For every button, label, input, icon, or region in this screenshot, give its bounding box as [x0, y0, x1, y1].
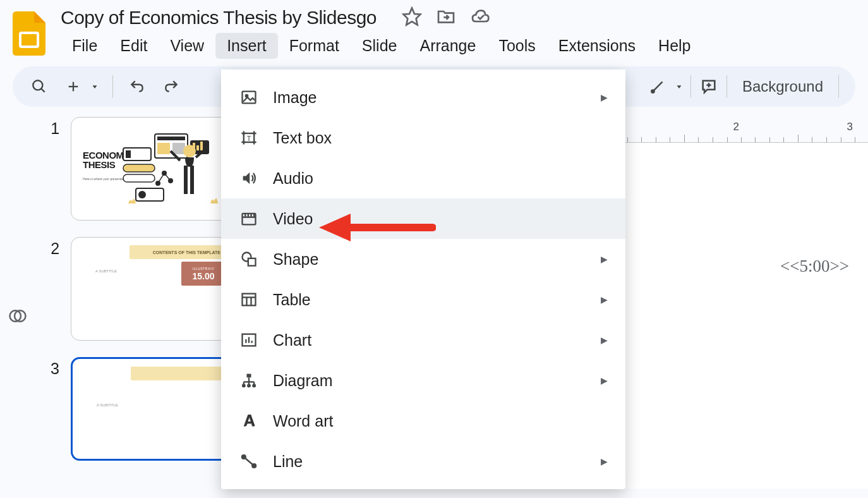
menu-item-label: Chart — [273, 331, 311, 349]
menu-item-wordart[interactable]: AA Word art — [221, 401, 625, 441]
menu-item-label: Word art — [273, 412, 333, 430]
slide-thumbnail-1[interactable]: ECONOMICS THESIS Here is where your pres… — [71, 117, 231, 221]
submenu-arrow-icon: ▶ — [601, 295, 608, 305]
svg-point-28 — [183, 145, 196, 157]
slide-filmstrip: 1 ECONOMICS THESIS Here is where your pr… — [35, 117, 231, 489]
textbox-icon: T — [239, 128, 259, 148]
wordart-icon: AA — [239, 411, 259, 431]
svg-rect-27 — [200, 142, 203, 150]
redo-button[interactable] — [157, 73, 185, 100]
menu-item-label: Video — [273, 210, 313, 228]
move-folder-icon[interactable] — [436, 6, 456, 29]
menu-edit[interactable]: Edit — [109, 33, 159, 59]
search-button[interactable] — [25, 73, 53, 100]
svg-point-68 — [242, 384, 246, 387]
star-icon[interactable] — [402, 6, 422, 29]
thumb-side-label: A SUBTITLE — [97, 403, 118, 407]
slide-number: 3 — [35, 357, 71, 378]
slide-thumbnail-3[interactable]: A SUBTITLE — [71, 357, 231, 461]
menu-file[interactable]: File — [61, 33, 109, 59]
table-icon — [239, 289, 259, 310]
submenu-arrow-icon: ▶ — [601, 254, 608, 264]
new-slide-button[interactable] — [59, 73, 87, 100]
svg-text:T: T — [246, 134, 251, 142]
svg-text:A: A — [244, 412, 256, 429]
svg-point-70 — [252, 384, 256, 387]
svg-rect-53 — [248, 258, 256, 266]
annotation-arrow — [316, 212, 436, 243]
menu-arrange[interactable]: Arrange — [408, 33, 487, 59]
svg-point-69 — [247, 384, 251, 387]
svg-rect-30 — [190, 166, 194, 194]
menu-item-audio[interactable]: Audio — [221, 158, 625, 198]
thumb-illustration — [117, 129, 224, 211]
menu-item-label: Table — [273, 291, 311, 309]
svg-rect-15 — [157, 137, 185, 140]
chart-icon — [239, 330, 259, 350]
animation-rings-icon[interactable] — [8, 307, 27, 489]
thumb-bar — [131, 367, 224, 380]
thumb-card: ILLUSTRAIO 15.00 — [181, 262, 226, 286]
new-slide-dropdown[interactable] — [87, 73, 102, 100]
submenu-arrow-icon: ▶ — [601, 92, 608, 102]
slides-logo[interactable] — [13, 11, 45, 56]
toolbar-separator — [112, 75, 113, 98]
toolbar-separator — [690, 75, 691, 98]
image-icon — [239, 87, 259, 107]
slide-thumbnail-2[interactable]: CONTENTS OF THIS TEMPLATE ILLUSTRAIO 15.… — [71, 237, 231, 341]
menu-slide[interactable]: Slide — [351, 33, 409, 59]
svg-rect-19 — [126, 150, 131, 158]
diagram-icon — [239, 370, 259, 391]
menu-view[interactable]: View — [159, 33, 215, 59]
menu-item-shape[interactable]: Shape ▶ — [221, 239, 625, 279]
submenu-arrow-icon: ▶ — [601, 375, 608, 386]
svg-point-2 — [33, 80, 42, 90]
comment-button[interactable] — [695, 73, 723, 100]
audio-icon — [239, 168, 259, 188]
submenu-arrow-icon: ▶ — [601, 335, 608, 345]
line-dropdown[interactable] — [672, 73, 687, 100]
menu-item-label: Line — [273, 452, 303, 471]
menu-extensions[interactable]: Extensions — [547, 33, 647, 59]
menu-format[interactable]: Format — [278, 33, 351, 59]
menu-item-line[interactable]: Line ▶ — [221, 441, 625, 482]
slide-number: 2 — [35, 237, 71, 258]
thumb-side-label: A SUBTITLE — [95, 269, 117, 273]
svg-rect-62 — [247, 374, 251, 378]
svg-rect-17 — [172, 143, 185, 154]
menu-item-table[interactable]: Table ▶ — [221, 279, 625, 320]
menu-item-image[interactable]: Image ▶ — [221, 77, 625, 118]
slide-number: 1 — [35, 117, 71, 138]
thumb-bar-label: CONTENTS OF THIS TEMPLATE — [130, 245, 226, 259]
undo-button[interactable] — [123, 73, 151, 100]
svg-point-23 — [138, 191, 146, 198]
svg-marker-6 — [93, 85, 97, 88]
menu-item-textbox[interactable]: T Text box — [221, 118, 625, 158]
line-tool-button[interactable] — [644, 73, 672, 100]
svg-rect-20 — [123, 164, 155, 172]
line-icon — [239, 451, 259, 471]
svg-point-75 — [252, 464, 256, 468]
toolbar-separator — [838, 75, 839, 98]
menu-item-chart[interactable]: Chart ▶ — [221, 320, 625, 360]
canvas-time-placeholder: <<5:00>> — [780, 257, 849, 276]
svg-marker-9 — [677, 85, 681, 88]
background-button[interactable]: Background — [731, 78, 835, 95]
cloud-status-icon[interactable] — [470, 6, 490, 29]
document-title[interactable]: Copy of Economics Thesis by Slidesgo — [61, 7, 377, 28]
svg-point-8 — [651, 90, 654, 92]
menu-item-diagram[interactable]: Diagram ▶ — [221, 360, 625, 401]
svg-line-3 — [41, 88, 44, 92]
menu-item-label: Image — [273, 88, 316, 107]
video-icon — [239, 209, 259, 229]
svg-point-74 — [242, 455, 246, 459]
shape-icon — [239, 249, 259, 269]
menu-item-label: Text box — [273, 129, 332, 147]
menu-insert[interactable]: Insert — [215, 33, 278, 59]
svg-rect-21 — [123, 174, 155, 182]
menu-help[interactable]: Help — [647, 33, 702, 59]
menu-tools[interactable]: Tools — [487, 33, 546, 59]
svg-rect-29 — [184, 166, 188, 194]
submenu-arrow-icon: ▶ — [601, 456, 608, 466]
menu-item-label: Audio — [273, 169, 313, 188]
